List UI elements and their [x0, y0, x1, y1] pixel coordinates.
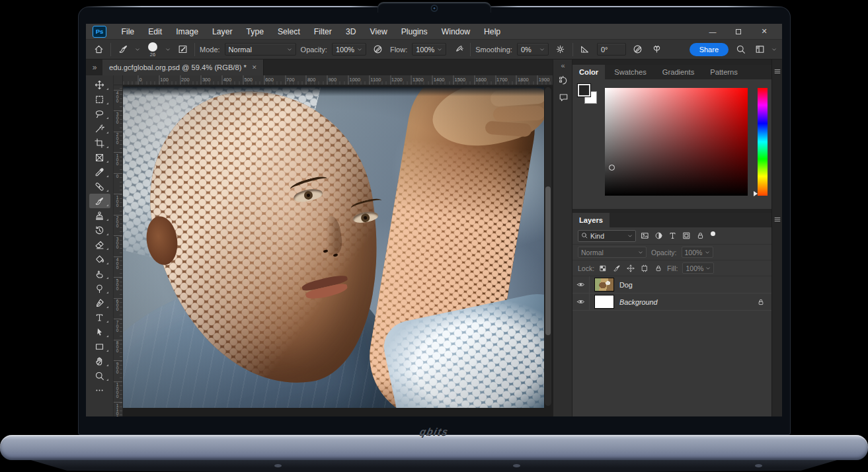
zoom-tool[interactable] — [89, 368, 110, 383]
color-panel-menu-icon[interactable] — [773, 67, 781, 77]
size-pressure-toggle[interactable] — [631, 42, 645, 58]
lock-checker-button[interactable] — [599, 264, 607, 272]
symmetry-butterfly-toggle[interactable] — [650, 42, 664, 58]
chevron-down-icon[interactable] — [165, 47, 171, 52]
marquee-tool[interactable] — [89, 92, 110, 106]
menu-plugins[interactable]: Plugins — [394, 27, 434, 36]
share-button[interactable]: Share — [690, 43, 729, 56]
menu-select[interactable]: Select — [270, 27, 307, 36]
canvas-scrollbar[interactable] — [545, 87, 551, 406]
layer-thumbnail[interactable] — [594, 295, 614, 309]
saturation-brightness-field[interactable] — [605, 88, 748, 196]
frame-tool[interactable] — [89, 150, 110, 165]
menu-help[interactable]: Help — [477, 27, 508, 36]
dock-expand-chevron[interactable]: « — [553, 59, 572, 71]
path-select-tool[interactable] — [89, 325, 110, 339]
brush-preview[interactable]: 26 — [145, 42, 161, 57]
brush-settings-panel-toggle[interactable] — [175, 42, 190, 58]
smudge-tool[interactable] — [89, 266, 110, 281]
tab-layers[interactable]: Layers — [572, 213, 610, 227]
layer-row-dog[interactable]: Dog — [572, 276, 771, 294]
workspace-switcher[interactable] — [752, 42, 767, 58]
tab-patterns[interactable]: Patterns — [703, 65, 744, 79]
canvas-photo[interactable] — [123, 87, 544, 408]
clone-stamp-tool[interactable] — [89, 208, 110, 223]
layers-panel-menu-icon[interactable] — [773, 216, 781, 225]
tab-close-icon[interactable]: ✕ — [252, 64, 257, 71]
layer-opacity-select[interactable]: 100% — [682, 247, 713, 258]
eraser-tool[interactable] — [89, 237, 110, 252]
comments-panel-button[interactable] — [553, 89, 573, 106]
menu-3d[interactable]: 3D — [338, 27, 363, 36]
hue-slider-marker[interactable] — [754, 191, 758, 196]
more-tools[interactable] — [89, 383, 110, 397]
menu-view[interactable]: View — [363, 27, 394, 36]
blend-mode-dropdown[interactable]: Normal — [225, 43, 296, 56]
home-button[interactable] — [91, 42, 106, 58]
lock-artboard-button[interactable] — [641, 264, 649, 272]
filter-frame-button[interactable] — [682, 231, 691, 240]
smoothing-dropdown[interactable]: 0% — [517, 43, 549, 56]
lock-lock-button[interactable] — [654, 264, 662, 272]
type-tool[interactable] — [89, 310, 110, 325]
pen-tool[interactable] — [89, 295, 110, 310]
visibility-eye-icon[interactable] — [572, 276, 590, 293]
paint-bucket-tool[interactable] — [89, 252, 110, 266]
opacity-dropdown[interactable]: 100% — [332, 43, 366, 56]
tab-gradients[interactable]: Gradients — [656, 65, 701, 79]
opacity-pressure-toggle[interactable] — [371, 42, 385, 58]
smoothing-options-gear[interactable] — [553, 42, 568, 58]
healing-brush-tool[interactable] — [89, 179, 110, 194]
lock-move-tool-button[interactable] — [627, 264, 635, 272]
history-panel-button[interactable] — [553, 71, 573, 89]
tab-swatches[interactable]: Swatches — [608, 65, 653, 79]
visibility-eye-icon[interactable] — [572, 294, 590, 310]
fill-select[interactable]: 100% — [682, 262, 714, 274]
lasso-tool[interactable] — [89, 106, 110, 121]
menu-image[interactable]: Image — [169, 27, 206, 36]
eyedropper-tool[interactable] — [89, 165, 110, 179]
lock-brush-tool-button[interactable] — [613, 264, 621, 272]
color-field-marker[interactable] — [609, 165, 615, 171]
filter-lock-button[interactable] — [696, 231, 705, 240]
filter-toggle[interactable] — [711, 231, 715, 236]
menu-file[interactable]: File — [114, 27, 141, 36]
menu-window[interactable]: Window — [434, 27, 477, 36]
dodge-tool[interactable] — [89, 281, 110, 295]
close-button[interactable]: ✕ — [756, 27, 773, 36]
document-tab[interactable]: edu.gcfglobal.org.psd @ 59.4% (RGB/8) * … — [102, 59, 264, 75]
brush-preset-button[interactable] — [116, 42, 130, 58]
menu-layer[interactable]: Layer — [206, 27, 240, 36]
scrollbar-thumb[interactable] — [545, 186, 551, 335]
airbrush-toggle[interactable] — [451, 42, 465, 58]
flow-dropdown[interactable]: 100% — [412, 43, 446, 56]
blend-mode-select[interactable]: Normal — [578, 247, 647, 258]
foreground-color-swatch[interactable] — [578, 84, 590, 97]
toolbar-collapse-chevron[interactable]: » — [86, 59, 102, 75]
filter-image-button[interactable] — [641, 231, 649, 240]
move-tool[interactable] — [89, 77, 110, 92]
magic-wand-tool[interactable] — [89, 121, 110, 136]
brush-tool[interactable] — [89, 194, 110, 208]
brush-angle-input[interactable]: 0° — [597, 43, 626, 56]
layer-thumbnail[interactable] — [594, 278, 614, 292]
layer-row-background[interactable]: Background — [572, 294, 771, 311]
history-brush-tool[interactable] — [89, 223, 110, 237]
tab-color[interactable]: Color — [572, 65, 605, 79]
menu-type[interactable]: Type — [239, 27, 270, 36]
filter-adjust-button[interactable] — [654, 231, 663, 240]
hue-slider[interactable] — [758, 88, 768, 196]
menu-filter[interactable]: Filter — [307, 27, 338, 36]
layer-filter-kind[interactable]: Kind — [578, 230, 636, 242]
minimize-button[interactable]: — — [704, 28, 721, 36]
panels-right-rail[interactable] — [771, 59, 782, 416]
options-overflow-chevron[interactable] — [771, 47, 777, 52]
chevron-down-icon[interactable] — [135, 47, 140, 52]
crop-tool[interactable] — [89, 136, 110, 150]
filter-type-tool-button[interactable] — [668, 231, 677, 240]
search-button[interactable] — [733, 42, 748, 58]
menu-edit[interactable]: Edit — [141, 27, 169, 36]
hand-tool[interactable] — [89, 354, 110, 368]
rectangle-tool[interactable] — [89, 339, 110, 354]
maximize-button[interactable] — [730, 28, 747, 36]
